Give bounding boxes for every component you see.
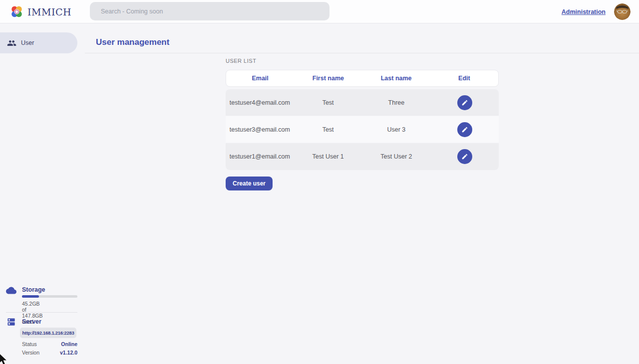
user-last-name: Three — [362, 99, 431, 106]
user-email: testuser1@email.com — [226, 153, 294, 160]
top-bar: IMMICH Administration — [0, 0, 639, 23]
storage-progress-bar — [22, 295, 77, 298]
brand[interactable]: IMMICH — [10, 0, 71, 23]
pencil-icon — [461, 126, 468, 133]
create-user-button[interactable]: Create user — [226, 177, 273, 190]
pencil-icon — [461, 99, 468, 106]
user-table-header: Email First name Last name Edit — [226, 70, 499, 87]
user-email: testuser3@email.com — [226, 126, 294, 133]
table-row: testuser4@email.com Test Three — [226, 89, 499, 116]
version-label: Version — [22, 350, 39, 356]
topbar-right: Administration — [562, 0, 631, 23]
column-header-last-name: Last name — [362, 75, 430, 82]
user-table-body: testuser4@email.com Test Three testuser3… — [226, 89, 499, 170]
server-title: Server — [22, 318, 41, 325]
search-input[interactable] — [90, 2, 329, 20]
sidebar-item-users[interactable]: User — [0, 32, 77, 53]
user-first-name: Test — [294, 99, 362, 106]
mouse-cursor — [0, 354, 8, 364]
user-avatar[interactable] — [614, 3, 631, 20]
administration-link[interactable]: Administration — [562, 8, 606, 15]
title-divider — [85, 53, 639, 53]
user-management-content: USER LIST Email First name Last name Edi… — [226, 58, 499, 190]
people-icon — [7, 38, 16, 48]
storage-title: Storage — [22, 286, 45, 293]
avatar-photo — [614, 3, 631, 20]
user-first-name: Test — [294, 126, 362, 133]
cloud-icon — [6, 285, 16, 296]
user-last-name: Test User 2 — [362, 153, 431, 160]
edit-user-button[interactable] — [457, 122, 472, 137]
storage-progress-fill — [22, 295, 39, 298]
edit-user-button[interactable] — [457, 95, 472, 110]
sidebar-item-label: User — [21, 39, 34, 46]
status-value: Online — [61, 341, 77, 347]
server-version-row: Version v1.12.0 — [22, 350, 77, 356]
version-value: v1.12.0 — [60, 350, 77, 356]
server-status-row: Status Online — [22, 341, 77, 347]
edit-user-button[interactable] — [457, 149, 472, 164]
column-header-first-name: First name — [294, 75, 362, 82]
section-label: USER LIST — [226, 58, 499, 64]
column-header-email: Email — [226, 75, 294, 82]
user-first-name: Test User 1 — [294, 153, 362, 160]
server-url-badge: http://192.168.1.216:2283 — [20, 328, 76, 338]
brand-name: IMMICH — [27, 6, 71, 17]
server-icon — [6, 317, 16, 327]
widget-divider — [6, 312, 77, 313]
page-title: User management — [96, 37, 169, 47]
table-row: testuser3@email.com Test User 3 — [226, 116, 499, 143]
immich-flower-logo-icon — [10, 5, 23, 18]
pencil-icon — [461, 153, 468, 160]
table-row: testuser1@email.com Test User 1 Test Use… — [226, 143, 499, 170]
column-header-edit: Edit — [430, 75, 498, 82]
user-email: testuser4@email.com — [226, 99, 294, 106]
user-last-name: User 3 — [362, 126, 431, 133]
status-label: Status — [22, 341, 37, 347]
